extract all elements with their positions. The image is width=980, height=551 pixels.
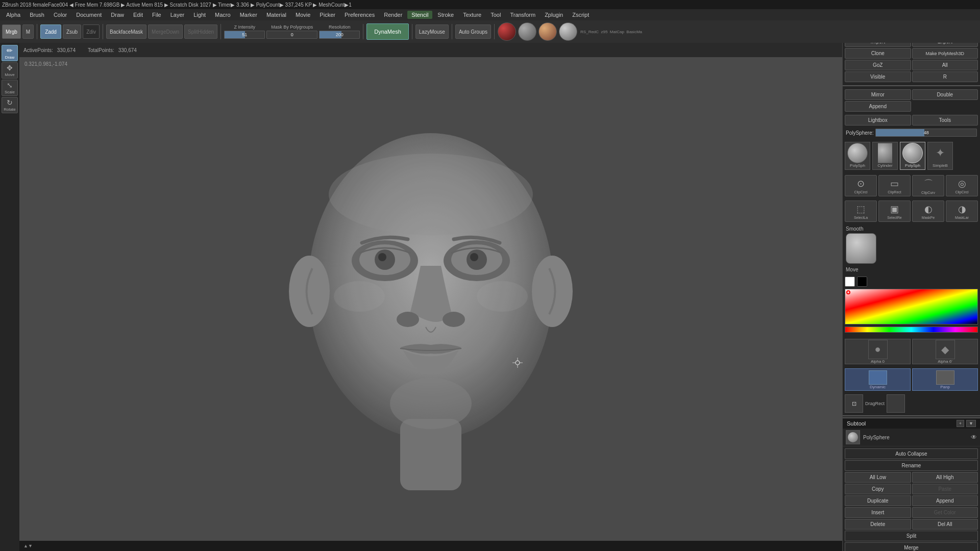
r-button[interactable]: R bbox=[912, 71, 978, 82]
matcap-basic[interactable] bbox=[559, 22, 577, 41]
lazy-mouse-button[interactable]: LazyMouse bbox=[415, 24, 449, 39]
backface-mask-button[interactable]: BackfaceMask bbox=[106, 24, 146, 39]
menu-layer[interactable]: Layer bbox=[166, 11, 189, 19]
mask-polygroups-slider[interactable]: 0 bbox=[266, 31, 317, 39]
polysphere-thumb[interactable]: PolySph bbox=[845, 142, 870, 170]
dynamic-cell[interactable]: Dynamic bbox=[845, 368, 911, 391]
menu-stroke[interactable]: Stroke bbox=[433, 11, 458, 19]
delete-button[interactable]: Delete bbox=[845, 519, 911, 530]
get-color-button[interactable]: Get Color bbox=[912, 507, 978, 518]
menu-tool[interactable]: Tool bbox=[486, 11, 505, 19]
alpha-6-cell[interactable]: ◆ Alpha 6' bbox=[912, 339, 978, 364]
face-render bbox=[19, 57, 842, 551]
menu-texture[interactable]: Texture bbox=[459, 11, 485, 19]
zdiv-button[interactable]: Zdiv bbox=[83, 24, 100, 39]
resolution-slider[interactable]: 200 bbox=[319, 31, 360, 39]
matcap-z95[interactable] bbox=[518, 22, 536, 41]
rotate-tool-button[interactable]: ↻ Rotate bbox=[2, 97, 18, 113]
lightbox-button[interactable]: Lightbox bbox=[845, 115, 911, 126]
scale-tool-button[interactable]: ⤡ Scale bbox=[2, 80, 18, 96]
menu-zscript[interactable]: Zscript bbox=[568, 11, 593, 19]
alpha-0-cell[interactable]: ● Alpha 0 bbox=[845, 339, 911, 364]
menu-picker[interactable]: Picker bbox=[315, 11, 339, 19]
selectre-tool[interactable]: ▣ SelectRe bbox=[878, 201, 911, 222]
append-sub-button[interactable]: Append bbox=[912, 495, 978, 506]
clipcurv-tool[interactable]: ⌒ ClipCurv bbox=[912, 175, 944, 196]
color-gradient-picker[interactable] bbox=[845, 289, 978, 324]
cliprect-tool[interactable]: ▭ ClipRect bbox=[878, 175, 911, 196]
polysphere-thumb2[interactable]: PolySph bbox=[900, 142, 925, 170]
menu-light[interactable]: Light bbox=[189, 11, 210, 19]
menu-transform[interactable]: Transform bbox=[506, 11, 540, 19]
make-poly-button[interactable]: Make PolyMesh3D bbox=[912, 48, 978, 59]
smooth-preview[interactable] bbox=[846, 233, 876, 264]
cylinder-thumb[interactable]: Cylinder bbox=[872, 142, 898, 170]
all-low-button[interactable]: All Low bbox=[845, 472, 911, 483]
menu-preferences[interactable]: Preferences bbox=[340, 11, 379, 19]
menu-brush[interactable]: Brush bbox=[26, 11, 48, 19]
goz-button[interactable]: GoZ bbox=[845, 60, 911, 70]
menu-movie[interactable]: Movie bbox=[291, 11, 314, 19]
copy-button[interactable]: Copy bbox=[845, 484, 911, 494]
menu-material[interactable]: Material bbox=[262, 11, 290, 19]
menu-render[interactable]: Render bbox=[380, 11, 406, 19]
merge-down-button[interactable]: MergeDown bbox=[148, 24, 183, 39]
zadd-button[interactable]: Zadd bbox=[40, 24, 61, 39]
append-button[interactable]: Append bbox=[845, 101, 911, 112]
masklar-tool[interactable]: ◑ MaskLar bbox=[946, 201, 978, 222]
menu-draw[interactable]: Draw bbox=[107, 11, 128, 19]
polysphere-slider[interactable]: 48 bbox=[875, 129, 977, 137]
clipcirc2-tool[interactable]: ◎ ClipCircl bbox=[946, 175, 978, 196]
visible-button[interactable]: Visible bbox=[845, 71, 911, 82]
merge-button[interactable]: Merge bbox=[845, 542, 978, 551]
matcap-mat[interactable] bbox=[538, 22, 557, 41]
hue-bar[interactable] bbox=[845, 327, 978, 333]
subtool-collapse-button[interactable]: ▼ bbox=[966, 420, 976, 427]
dynamesh-button[interactable]: DynaMesh bbox=[366, 23, 409, 40]
tools-button[interactable]: Tools bbox=[912, 115, 978, 126]
split-hidden-button[interactable]: SplitHidden bbox=[184, 24, 217, 39]
duplicate-button[interactable]: Duplicate bbox=[845, 495, 911, 506]
auto-groups-button[interactable]: Auto Groups bbox=[455, 24, 491, 39]
selectla-tool[interactable]: ⬚ SelectLa bbox=[845, 201, 877, 222]
drag-rect-secondary[interactable] bbox=[887, 394, 905, 413]
menu-file[interactable]: File bbox=[148, 11, 165, 19]
move-tool-button[interactable]: ✥ Move bbox=[2, 62, 18, 79]
panp-cell[interactable]: Panp bbox=[912, 368, 978, 391]
double-button[interactable]: Double bbox=[912, 89, 978, 100]
clipcircl-tool[interactable]: ⊙ ClipCircl bbox=[845, 175, 877, 196]
all-button[interactable]: All bbox=[912, 60, 978, 70]
drag-rect-icon[interactable]: ⊡ bbox=[845, 394, 863, 413]
simpleb-thumb[interactable]: ✦ SimpleB bbox=[927, 142, 953, 170]
matcap-rs[interactable] bbox=[498, 22, 516, 41]
menu-document[interactable]: Document bbox=[72, 11, 106, 19]
menu-color[interactable]: Color bbox=[50, 11, 71, 19]
clone-button[interactable]: Clone bbox=[845, 48, 911, 59]
menu-alpha[interactable]: Alpha bbox=[2, 11, 24, 19]
menu-edit[interactable]: Edit bbox=[129, 11, 147, 19]
black-swatch[interactable] bbox=[857, 277, 867, 287]
maskpe-tool[interactable]: ◐ MaskPe bbox=[912, 201, 944, 222]
menu-marker[interactable]: Marker bbox=[236, 11, 261, 19]
menu-zplugin[interactable]: Zplugin bbox=[541, 11, 567, 19]
del-all-button[interactable]: Del All bbox=[912, 519, 978, 530]
draw-tool-button[interactable]: ✏ Draw bbox=[2, 45, 18, 61]
m-button[interactable]: M bbox=[22, 24, 34, 39]
paste-button[interactable]: Paste bbox=[912, 484, 978, 494]
zsub-button[interactable]: Zsub bbox=[63, 24, 81, 39]
z-intensity-slider[interactable]: 51 bbox=[224, 31, 265, 39]
all-high-button[interactable]: All High bbox=[912, 472, 978, 483]
split-button[interactable]: Split bbox=[845, 531, 978, 541]
mirror-button[interactable]: Mirror bbox=[845, 89, 911, 100]
canvas-area[interactable]: 0.321,0.981,-1.074 bbox=[19, 57, 842, 551]
rename-button[interactable]: Rename bbox=[845, 460, 978, 471]
mrgb-button[interactable]: Mrgb bbox=[2, 24, 21, 39]
insert-button[interactable]: Insert bbox=[845, 507, 911, 518]
auto-collapse-button[interactable]: Auto Collapse bbox=[845, 448, 978, 459]
menu-macro[interactable]: Macro bbox=[211, 11, 235, 19]
menu-stencil[interactable]: Stencil bbox=[407, 11, 432, 19]
subtool-add-button[interactable]: + bbox=[957, 420, 964, 427]
visibility-icon[interactable]: 👁 bbox=[971, 434, 977, 441]
polysphere-subtool-item[interactable]: PolySphere 👁 bbox=[843, 429, 980, 446]
white-swatch[interactable] bbox=[845, 277, 855, 287]
